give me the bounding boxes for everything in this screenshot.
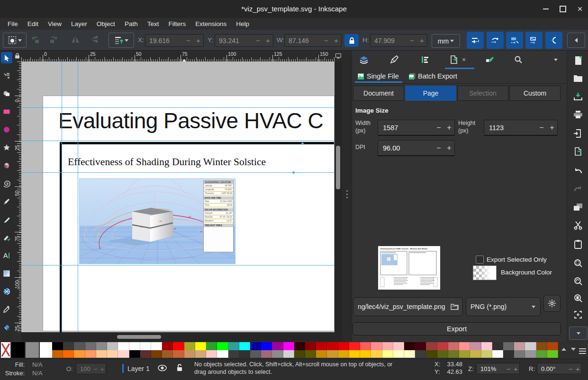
tool-brush[interactable] (1, 232, 12, 243)
palette-swatch[interactable] (305, 350, 316, 358)
current-layer-label[interactable]: Layer 1 (127, 365, 150, 372)
fill-value[interactable]: N/A (32, 361, 43, 368)
export-format-dropdown[interactable]: PNG (*.png) (466, 297, 541, 316)
stroke-value[interactable]: N/A (32, 370, 43, 377)
palette-swatch[interactable] (85, 342, 96, 350)
palette-swatch[interactable] (437, 350, 448, 358)
palette-swatch[interactable] (96, 342, 107, 350)
palette-swatch[interactable] (338, 342, 349, 350)
palette-swatch[interactable] (360, 342, 371, 350)
export-settings-button[interactable] (543, 295, 561, 312)
palette-swatch[interactable] (250, 350, 261, 358)
white-swatch[interactable] (40, 342, 53, 358)
undo-button[interactable] (572, 164, 584, 177)
duplicate-button[interactable] (572, 201, 584, 213)
palette-swatch[interactable] (228, 350, 239, 358)
zoom-page-button[interactable] (572, 292, 584, 304)
import-button[interactable] (572, 127, 584, 140)
palette-swatch[interactable] (415, 342, 426, 350)
export-button[interactable]: Export (353, 322, 561, 336)
tool-paint-bucket[interactable] (1, 322, 12, 333)
tab-single-file[interactable]: Single File (358, 72, 399, 80)
palette-swatch[interactable] (162, 342, 173, 350)
snap-others-button[interactable] (545, 32, 562, 49)
h-decrement[interactable]: − (407, 36, 417, 44)
dialog-tab-align[interactable] (418, 53, 432, 66)
export-area-custom[interactable]: Custom (509, 86, 561, 101)
horizontal-scrollbar-thumb[interactable] (117, 335, 161, 339)
palette-swatch[interactable] (371, 350, 382, 358)
ruler-corner[interactable] (13, 51, 21, 62)
palette-swatch[interactable] (151, 342, 162, 350)
menu-object[interactable]: Object (92, 19, 120, 29)
palette-swatch[interactable] (536, 342, 547, 350)
menu-view[interactable]: View (43, 19, 66, 29)
palette-swatch[interactable] (217, 342, 228, 350)
splitter-grip[interactable] (342, 190, 352, 198)
canvas[interactable]: Evaluating Passive HVAC C Effectiveness … (21, 62, 335, 332)
vertical-scrollbar[interactable] (335, 62, 342, 332)
layer-lock-icon[interactable] (176, 364, 183, 371)
palette-swatch[interactable] (514, 350, 525, 358)
palette-swatch[interactable] (448, 342, 459, 350)
guide-anchor[interactable] (301, 142, 304, 145)
close-button[interactable]: × (572, 0, 588, 18)
print-button[interactable] (572, 108, 584, 121)
snap-bbox-button[interactable] (467, 32, 484, 49)
palette-swatch[interactable] (272, 342, 283, 350)
paste-button[interactable] (572, 238, 584, 250)
slide-subtitle-text[interactable]: Effectiveness of Shading During Winter S… (68, 156, 266, 168)
palette-swatch[interactable] (481, 350, 492, 358)
folder-open-icon[interactable] (447, 303, 462, 310)
palette-swatch[interactable] (283, 350, 294, 358)
snap-collapse-button[interactable] (567, 33, 585, 48)
palette-swatch[interactable] (426, 342, 437, 350)
menu-filters[interactable]: Filters (163, 19, 190, 29)
palette-swatch[interactable] (547, 342, 558, 350)
palette-swatch[interactable] (129, 342, 140, 350)
palette-swatch[interactable] (239, 342, 250, 350)
menu-layer[interactable]: Layer (66, 19, 92, 29)
guide-horizontal-3[interactable] (21, 172, 335, 173)
palette-swatch[interactable] (382, 350, 393, 358)
palette-swatch[interactable] (514, 342, 525, 350)
minimize-button[interactable] (538, 0, 554, 18)
palette-swatch[interactable] (184, 350, 195, 358)
palette-swatch[interactable] (426, 350, 437, 358)
guide-horizontal-4[interactable] (21, 265, 335, 265)
export-height-field[interactable]: 1123−+ (484, 120, 558, 136)
x-decrement[interactable]: − (183, 36, 193, 44)
zoom-selection-button[interactable] (572, 257, 584, 269)
palette-swatch[interactable] (250, 342, 261, 350)
guide-horizontal-2[interactable] (21, 141, 335, 141)
export-command-button[interactable] (572, 145, 584, 158)
export-dpi-field[interactable]: 96.00−+ (378, 140, 455, 156)
w-increment[interactable]: + (331, 36, 341, 44)
open-document-button[interactable] (572, 72, 584, 85)
dialog-tab-overflow[interactable] (549, 53, 563, 66)
export-area-page[interactable]: Page (405, 86, 456, 101)
tool-calligraphy[interactable] (1, 214, 12, 225)
y-decrement[interactable]: − (253, 36, 263, 44)
dialog-tab-close-icon[interactable]: × (459, 53, 469, 66)
commands-overflow-dropdown[interactable] (569, 327, 588, 340)
palette-swatch[interactable] (239, 350, 250, 358)
menu-file[interactable]: File (3, 19, 23, 29)
black-swatch[interactable] (11, 342, 25, 358)
export-area-document[interactable]: Document (353, 86, 404, 101)
palette-swatch[interactable] (525, 350, 536, 358)
palette-swatch[interactable] (96, 350, 107, 358)
horizontal-ruler[interactable]: 0 25 50 75 100 125 150 (21, 51, 335, 62)
zoom-center-page-button[interactable] (572, 309, 584, 321)
dialog-tab-objects[interactable] (387, 53, 401, 66)
tool-text[interactable]: A (1, 250, 12, 261)
palette-swatch[interactable] (74, 342, 85, 350)
palette-menu-icon[interactable] (579, 347, 586, 355)
tool-ellipse[interactable] (1, 124, 12, 135)
palette-swatch[interactable] (63, 342, 74, 350)
menu-extensions[interactable]: Extensions (190, 19, 231, 29)
palette-swatch[interactable] (327, 350, 338, 358)
palette-swatch[interactable] (470, 342, 481, 350)
export-selected-only-checkbox[interactable] (476, 256, 484, 264)
h-increment[interactable]: + (417, 36, 427, 44)
